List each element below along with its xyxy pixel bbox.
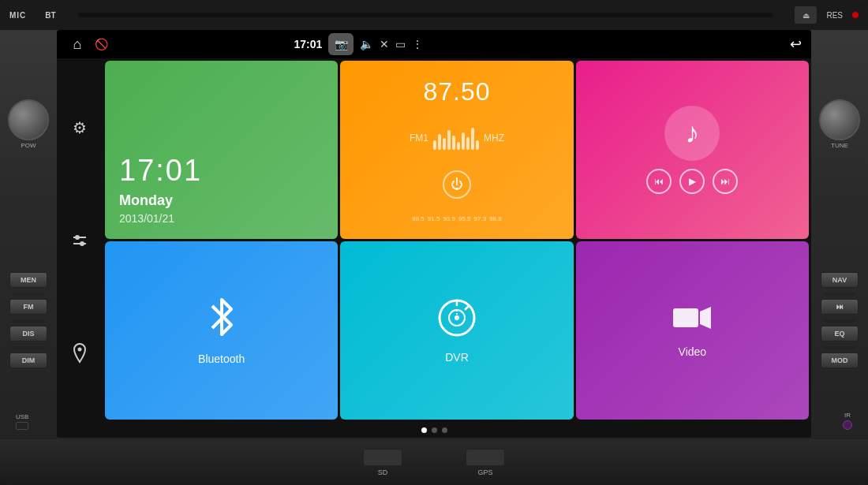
status-bar: ⌂ 🚫 17:01 📷 🔈 ✕ ▭ ⋮ ↩ <box>57 30 811 58</box>
res-label: RES <box>826 11 843 20</box>
svg-point-1 <box>75 235 80 240</box>
waveform <box>433 126 479 150</box>
svg-marker-12 <box>700 307 711 329</box>
eq-button[interactable]: EQ <box>821 326 859 341</box>
usb-label: USB <box>16 413 28 420</box>
pow-label: POW <box>21 142 36 149</box>
svg-point-4 <box>78 347 82 351</box>
more-icon[interactable]: ⋮ <box>412 38 423 50</box>
volume-icon: 🔈 <box>360 38 373 50</box>
gps-label: GPS <box>477 468 492 476</box>
tiles-grid: 17:01 Monday 2013/01/21 87.50 FM1 <box>103 58 811 422</box>
tune-knob[interactable] <box>819 99 860 140</box>
tune-knob-group: TUNE <box>819 99 860 149</box>
sd-button[interactable] <box>363 449 402 466</box>
page-dots <box>57 422 811 438</box>
gps-button[interactable] <box>466 449 505 466</box>
dvr-label: DVR <box>445 351 469 364</box>
gps-button-group: GPS <box>466 449 505 476</box>
settings-icon[interactable]: ⚙ <box>65 113 95 143</box>
bottom-bar: SD GPS <box>0 439 868 485</box>
men-button[interactable]: MEN <box>9 272 47 288</box>
freq-scale: 88.5 91.5 93.9 95.5 97.3 98.8 <box>412 215 501 222</box>
music-note-circle: ♪ <box>664 106 720 161</box>
usb-port[interactable] <box>16 422 28 430</box>
car-unit: MIC BT ⏏ RES POW MEN FM DIS DIM USB <box>0 0 868 485</box>
back-button[interactable]: ↩ <box>790 36 802 52</box>
ir-label: IR <box>844 412 851 419</box>
svg-point-3 <box>80 241 84 246</box>
dvr-icon <box>437 298 477 345</box>
men-strip <box>13 293 44 296</box>
camera-button[interactable]: 📷 <box>328 33 354 55</box>
sd-label: SD <box>378 468 388 476</box>
svg-point-10 <box>455 315 459 320</box>
tile-clock[interactable]: 17:01 Monday 2013/01/21 <box>105 61 338 239</box>
screen: ⌂ 🚫 17:01 📷 🔈 ✕ ▭ ⋮ ↩ ⚙ <box>57 30 811 438</box>
usb-area: USB <box>16 413 28 430</box>
rewind-button[interactable]: ⏮ <box>646 169 672 194</box>
page-dot-1[interactable] <box>421 427 427 433</box>
nav-button[interactable]: NAV <box>821 272 859 288</box>
res-dot <box>852 12 859 18</box>
eq-strip <box>824 346 855 349</box>
eject-icon: ⏏ <box>803 11 810 20</box>
fast-forward-button[interactable]: ⏭ <box>713 169 738 194</box>
page-dot-2[interactable] <box>432 427 437 433</box>
fm-button[interactable]: FM <box>9 299 47 315</box>
bluetooth-label: Bluetooth <box>198 353 245 365</box>
status-bar-left: ⌂ 🚫 <box>66 33 108 55</box>
back-area: ↩ <box>790 35 802 53</box>
close-icon[interactable]: ✕ <box>380 38 389 50</box>
clock-time: 17:01 <box>119 154 324 188</box>
fm-strip <box>13 319 44 323</box>
sim-icon: 🚫 <box>95 38 108 50</box>
ir-area: IR <box>843 412 852 430</box>
fm-label-text: FM1 <box>410 132 428 144</box>
home-button[interactable]: ⌂ <box>66 33 88 55</box>
play-button[interactable]: ▶ <box>679 169 705 194</box>
status-bar-center: 17:01 📷 🔈 ✕ ▭ ⋮ <box>294 33 423 55</box>
bluetooth-icon <box>206 297 238 346</box>
svg-line-8 <box>465 306 469 310</box>
ir-sensor <box>843 420 852 430</box>
tile-video[interactable]: Video <box>576 241 809 420</box>
video-label: Video <box>679 345 707 358</box>
next-strip <box>824 319 855 323</box>
right-buttons: NAV ⏭ EQ MOD <box>821 272 859 368</box>
pow-knob-group: POW <box>8 99 49 149</box>
location-icon[interactable] <box>65 338 95 368</box>
tile-music[interactable]: ♪ ⏮ ▶ ⏭ <box>576 61 809 239</box>
left-buttons: MEN FM DIS DIM <box>9 272 47 368</box>
next-track-button[interactable]: ⏭ <box>821 299 859 315</box>
dis-strip <box>13 346 44 349</box>
sd-button-group: SD <box>363 449 402 476</box>
clock-day: Monday <box>119 192 324 209</box>
tile-radio[interactable]: 87.50 FM1 <box>340 61 573 239</box>
radio-power-button[interactable]: ⏻ <box>443 170 471 199</box>
pow-knob[interactable] <box>8 99 49 140</box>
nav-strip <box>824 293 855 296</box>
equalizer-icon[interactable] <box>65 226 95 256</box>
main-content: ⚙ <box>57 58 811 422</box>
mod-button[interactable]: MOD <box>821 353 859 368</box>
tile-dvr[interactable]: DVR <box>340 241 573 420</box>
window-icon: ▭ <box>395 38 406 50</box>
clock-date: 2013/01/21 <box>119 212 324 225</box>
svg-rect-11 <box>673 308 698 327</box>
bt-label: BT <box>45 11 55 20</box>
side-right-panel: TUNE NAV ⏭ EQ MOD IR <box>811 30 868 438</box>
dis-button[interactable]: DIS <box>9 326 47 341</box>
video-camera-icon <box>672 304 713 339</box>
side-left-panel: POW MEN FM DIS DIM USB <box>0 30 57 438</box>
page-dot-3[interactable] <box>442 427 447 433</box>
status-time: 17:01 <box>294 38 322 50</box>
mic-label: MIC <box>9 11 26 20</box>
tile-bluetooth[interactable]: Bluetooth <box>105 241 338 420</box>
tune-label: TUNE <box>831 142 848 149</box>
music-controls: ⏮ ▶ ⏭ <box>646 169 738 194</box>
eject-button[interactable]: ⏏ <box>795 6 817 24</box>
mhz-label: MHZ <box>484 132 504 144</box>
dim-button[interactable]: DIM <box>9 353 47 368</box>
radio-freq: 87.50 <box>423 77 490 106</box>
